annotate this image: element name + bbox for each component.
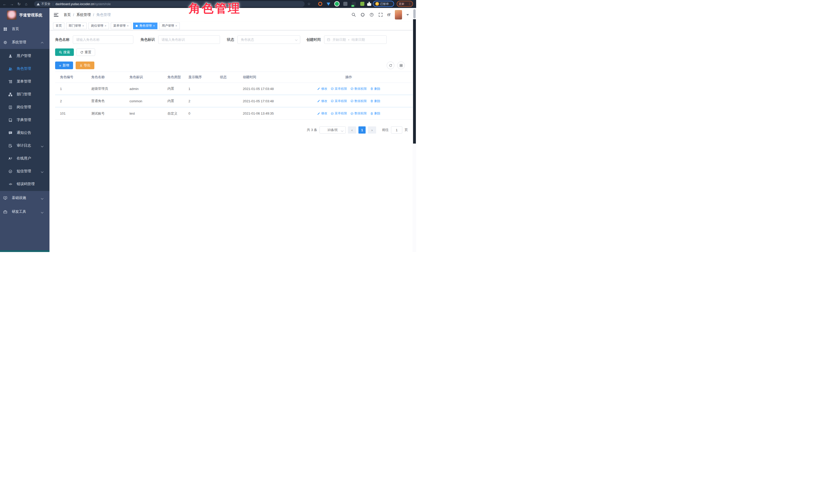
filter-form: 角色名称 角色标识 状态 角色状态 创建时间 开始日期 - 结束日期 [55, 35, 408, 44]
edit-action-link[interactable]: 修改 [317, 111, 328, 115]
extension-tampermonkey-icon[interactable]: on [352, 2, 356, 6]
sidebar-item-online-users[interactable]: 在线用户 [0, 152, 50, 165]
menu-permission-action-link[interactable]: 菜单权限 [331, 99, 347, 103]
browser-forward-icon[interactable]: → [8, 2, 16, 6]
role-name-input[interactable] [73, 35, 133, 44]
action-label: 数据权限 [355, 87, 367, 91]
sidebar-logo[interactable]: 芋道管理系统 [0, 8, 50, 22]
add-button[interactable]: + 新增 [55, 61, 73, 69]
table-toolbar: + 新增 导出 [55, 61, 408, 69]
refresh-table-button[interactable] [387, 61, 394, 69]
page-scrollbar[interactable] [413, 8, 416, 252]
extension-diamond-icon[interactable] [343, 2, 347, 6]
search-icon[interactable] [352, 12, 356, 17]
sidebar: 芋道管理系统 首页 系统管理 用户管理 角色管理 菜单管理 [0, 8, 50, 252]
cell-role-id: 101 [55, 111, 86, 115]
tab-menu[interactable]: 菜单管理× [111, 23, 131, 29]
role-key-input[interactable] [158, 35, 220, 44]
extension-gem-icon[interactable] [327, 3, 330, 6]
status-select[interactable]: 角色状态 [237, 35, 300, 44]
prev-page-button[interactable]: ‹ [348, 126, 356, 134]
export-button[interactable]: 导出 [76, 61, 94, 69]
cell-role-name: 测试账号 [86, 111, 125, 116]
browser-menu-icon[interactable]: ⋮ [408, 3, 411, 5]
create-time-range-picker[interactable]: 开始日期 - 结束日期 [324, 35, 387, 44]
browser-back-icon[interactable]: ← [1, 2, 8, 6]
close-icon[interactable]: × [127, 24, 129, 27]
calendar-icon [327, 38, 330, 41]
tab-label: 部门管理 [69, 24, 81, 28]
breadcrumb-home[interactable]: 首页 [63, 12, 71, 17]
sidebar-item-dept-management[interactable]: 部门管理 [0, 88, 50, 101]
col-header-create-time: 创建时间 [238, 75, 315, 79]
column-settings-button[interactable] [397, 61, 405, 69]
tab-role[interactable]: 角色管理× [133, 23, 157, 29]
sidebar-item-infrastructure[interactable]: 基础设施 [0, 191, 50, 205]
edit-action-link[interactable]: 修改 [317, 99, 328, 103]
sidebar-item-sms-management[interactable]: 短信管理 [0, 165, 50, 178]
search-button-label: 搜索 [63, 50, 70, 55]
sidebar-item-dict-management[interactable]: 字典管理 [0, 113, 50, 126]
delete-action-link[interactable]: 删除 [370, 99, 381, 103]
close-icon[interactable]: × [175, 24, 177, 27]
avatar[interactable] [395, 10, 402, 20]
close-icon[interactable]: × [82, 24, 84, 27]
sidebar-item-errorcode-management[interactable]: </> 错误码管理 [0, 178, 50, 190]
tab-home[interactable]: 首页 [53, 23, 64, 29]
extension-sprout-icon[interactable] [360, 2, 364, 6]
breadcrumb-separator: / [73, 13, 74, 17]
date-range-separator: - [348, 38, 349, 42]
browser-reload-icon[interactable]: ↻ [16, 2, 23, 6]
sidebar-item-audit-log[interactable]: 审计日志 [0, 139, 50, 152]
menu-permission-action-link[interactable]: 菜单权限 [331, 111, 347, 115]
sidebar-item-menu-management[interactable]: 菜单管理 [0, 75, 50, 88]
sidebar-item-system[interactable]: 系统管理 [0, 36, 50, 49]
tab-post[interactable]: 岗位管理× [88, 23, 109, 29]
close-icon[interactable]: × [153, 24, 155, 27]
sidebar-item-user-management[interactable]: 用户管理 [0, 50, 50, 62]
sidebar-item-role-management[interactable]: 角色管理 [0, 62, 50, 75]
sidebar-item-post-management[interactable]: 岗位管理 [0, 101, 50, 113]
delete-action-link[interactable]: 删除 [370, 87, 381, 91]
refresh-icon [389, 64, 392, 67]
breadcrumb-system[interactable]: 系统管理 [76, 12, 91, 17]
address-bar[interactable]: 不安全 | dashboard.yudao.iocoder.cn/system/… [34, 1, 305, 7]
data-permission-action-link[interactable]: 数据权限 [350, 87, 367, 91]
fullscreen-icon[interactable] [379, 12, 383, 17]
col-header-role-name: 角色名称 [86, 75, 125, 79]
help-icon[interactable] [369, 12, 374, 17]
data-permission-action-link[interactable]: 数据权限 [350, 99, 367, 103]
tree-list-icon [8, 80, 12, 84]
current-page-button[interactable]: 1 [359, 126, 366, 134]
date-start-placeholder: 开始日期 [333, 37, 346, 42]
next-page-button[interactable]: › [368, 126, 376, 134]
sidebar-item-home[interactable]: 首页 [0, 22, 50, 36]
tab-dept[interactable]: 部门管理× [66, 23, 87, 29]
reset-button[interactable]: 重置 [76, 49, 95, 56]
extensions-puzzle-icon[interactable] [367, 2, 371, 6]
close-icon[interactable]: × [105, 24, 106, 27]
avatar-caret-icon[interactable] [407, 14, 409, 16]
page-size-select[interactable]: 10条/页 [319, 126, 346, 134]
delete-action-link[interactable]: 删除 [370, 111, 381, 115]
menu-permission-action-link[interactable]: 菜单权限 [331, 87, 347, 91]
sidebar-item-dev-tools[interactable]: 研发工具 [0, 205, 50, 219]
tab-user[interactable]: 用户管理× [159, 23, 180, 29]
extension-green-circle-icon[interactable] [335, 2, 339, 6]
sidebar-item-notice[interactable]: 通知公告 [0, 126, 50, 139]
data-permission-action-link[interactable]: 数据权限 [350, 111, 367, 115]
bookmark-star-icon[interactable]: ☆ [307, 2, 311, 6]
role-name-label: 角色名称 [55, 37, 70, 42]
goto-page-input[interactable] [391, 126, 402, 134]
extension-orange-icon[interactable] [318, 2, 322, 6]
browser-home-icon[interactable]: ⌂ [23, 2, 30, 6]
sidebar-toggle-icon[interactable] [54, 13, 58, 17]
browser-update-button[interactable]: 更新 ⋮ [397, 1, 413, 7]
trash-icon [370, 87, 373, 90]
scrollbar-thumb[interactable] [413, 9, 416, 19]
edit-action-link[interactable]: 修改 [317, 87, 328, 91]
search-button[interactable]: 搜索 [55, 49, 74, 56]
font-size-icon[interactable]: tT [387, 12, 390, 17]
github-icon[interactable] [361, 12, 365, 17]
paused-extension-badge[interactable]: 已暂停 [373, 1, 394, 7]
